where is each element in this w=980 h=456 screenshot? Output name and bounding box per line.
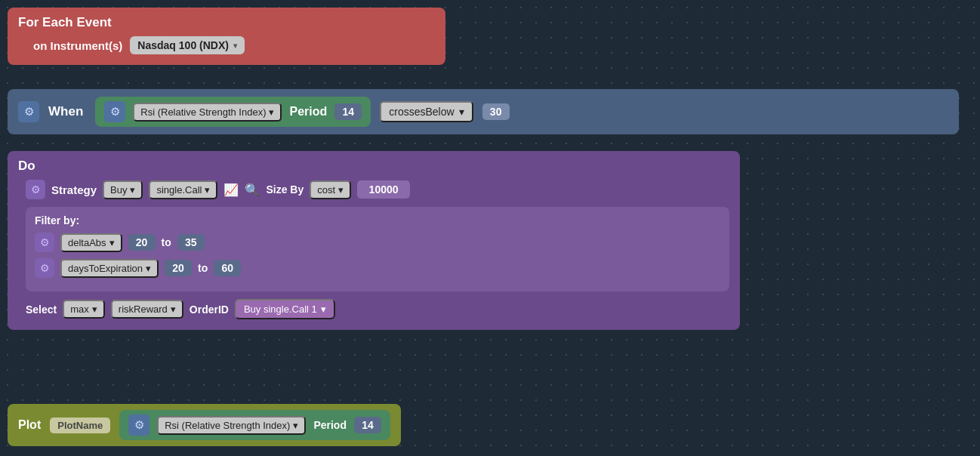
max-dropdown-arrow: ▾ xyxy=(92,303,97,315)
filter1-to-label: to xyxy=(162,236,171,248)
plot-gear-button[interactable]: ⚙ xyxy=(128,414,149,436)
filter2-to-value: 60 xyxy=(214,260,241,276)
plot-rsi-dropdown-arrow: ▾ xyxy=(293,420,298,431)
strategy-row: ⚙ Strategy Buy ▾ single.Call ▾ 📈 🔍 Size … xyxy=(26,180,729,199)
days-to-expiration-dropdown[interactable]: daysToExpiration ▾ xyxy=(60,259,159,278)
crosses-below-dropdown[interactable]: crossesBelow ▾ xyxy=(380,101,473,122)
do-label: Do xyxy=(18,159,729,174)
filter-row-2: ⚙ daysToExpiration ▾ 20 to 60 xyxy=(35,258,720,278)
buy-dropdown-arrow: ▾ xyxy=(130,184,135,196)
filter2-to-label: to xyxy=(198,262,208,274)
when-gear-button[interactable]: ⚙ xyxy=(18,101,39,122)
rsi-condition-block: ⚙ Rsi (Relative Strength Index) ▾ Period… xyxy=(95,97,371,127)
period-label: Period xyxy=(289,105,327,119)
select-row: Select max ▾ riskReward ▾ OrderID Buy si… xyxy=(26,299,729,319)
risk-reward-dropdown-arrow: ▾ xyxy=(171,303,176,315)
instrument-dropdown-arrow: ▾ xyxy=(233,42,237,50)
filter2-from-value: 20 xyxy=(165,260,192,276)
plot-period-value: 14 xyxy=(354,417,381,433)
strategy-gear-button[interactable]: ⚙ xyxy=(26,180,45,199)
when-label: When xyxy=(48,104,83,119)
cost-dropdown-arrow: ▾ xyxy=(338,184,344,196)
rsi-period-value: 14 xyxy=(334,103,362,120)
rsi-gear-button[interactable]: ⚙ xyxy=(104,101,125,122)
filter-section: Filter by: ⚙ deltaAbs ▾ 20 to 35 ⚙ daysT… xyxy=(26,207,729,291)
instrument-dropdown[interactable]: Nasdaq 100 (NDX) ▾ xyxy=(130,36,245,54)
crosses-dropdown-arrow: ▾ xyxy=(459,106,464,118)
plot-period-label: Period xyxy=(313,419,347,431)
cost-dropdown[interactable]: cost ▾ xyxy=(310,180,351,199)
call-dropdown-arrow: ▾ xyxy=(205,184,210,196)
max-dropdown[interactable]: max ▾ xyxy=(63,300,105,319)
select-label: Select xyxy=(26,303,57,316)
delta-abs-dropdown[interactable]: deltaAbs ▾ xyxy=(60,233,122,252)
plot-block: Plot PlotName ⚙ Rsi (Relative Strength I… xyxy=(8,404,401,446)
delta-abs-dropdown-arrow: ▾ xyxy=(109,237,115,248)
call-dropdown[interactable]: single.Call ▾ xyxy=(149,180,217,199)
instrument-label: on Instrument(s) xyxy=(33,39,122,52)
plot-label: Plot xyxy=(18,418,41,432)
plot-rsi-dropdown[interactable]: Rsi (Relative Strength Index) ▾ xyxy=(157,416,306,435)
for-each-title: For Each Event xyxy=(18,15,435,30)
risk-reward-dropdown[interactable]: riskReward ▾ xyxy=(111,300,183,319)
rsi-type-dropdown[interactable]: Rsi (Relative Strength Index) ▾ xyxy=(133,103,282,122)
plot-rsi-block: ⚙ Rsi (Relative Strength Index) ▾ Period… xyxy=(119,410,390,440)
filter-label: Filter by: xyxy=(35,214,720,226)
order-id-dropdown-arrow: ▾ xyxy=(321,303,326,315)
plot-name-box: PlotName xyxy=(50,417,110,433)
days-to-expiration-dropdown-arrow: ▾ xyxy=(146,263,151,274)
size-by-label: Size By xyxy=(266,183,304,196)
strategy-label: Strategy xyxy=(51,183,97,196)
order-id-dropdown[interactable]: Buy single.Call 1 ▾ xyxy=(235,299,335,319)
filter1-gear-button[interactable]: ⚙ xyxy=(35,233,54,252)
when-block: ⚙ When ⚙ Rsi (Relative Strength Index) ▾… xyxy=(8,89,959,134)
chart-search-icon: 🔍 xyxy=(245,183,260,197)
filter1-from-value: 20 xyxy=(128,234,156,251)
do-block: Do ⚙ Strategy Buy ▾ single.Call ▾ 📈 🔍 Si… xyxy=(8,151,740,330)
crosses-value: 30 xyxy=(482,103,510,120)
rsi-dropdown-arrow: ▾ xyxy=(269,106,274,118)
filter1-to-value: 35 xyxy=(177,234,205,251)
order-id-label: OrderID xyxy=(190,303,229,316)
filter2-gear-button[interactable]: ⚙ xyxy=(35,258,54,278)
cost-value: 10000 xyxy=(357,180,410,199)
filter-row-1: ⚙ deltaAbs ▾ 20 to 35 xyxy=(35,233,720,252)
for-each-block: For Each Event on Instrument(s) Nasdaq 1… xyxy=(8,8,445,65)
instrument-row: on Instrument(s) Nasdaq 100 (NDX) ▾ xyxy=(33,36,435,54)
chart-line-icon: 📈 xyxy=(223,183,239,197)
buy-dropdown[interactable]: Buy ▾ xyxy=(103,180,143,199)
